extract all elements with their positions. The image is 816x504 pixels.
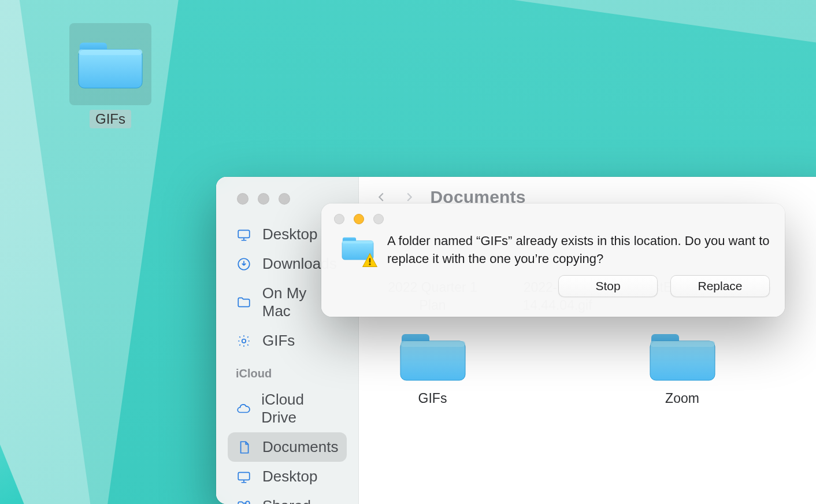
dialog-icon bbox=[341, 231, 374, 265]
sidebar-heading-icloud: iCloud bbox=[228, 355, 347, 385]
folder-icon bbox=[398, 328, 468, 384]
svg-rect-5 bbox=[238, 230, 250, 238]
file-label: GIFs bbox=[418, 390, 447, 407]
desktop-folder-label: GIFs bbox=[90, 110, 131, 128]
close-button[interactable] bbox=[237, 193, 248, 205]
stop-button[interactable]: Stop bbox=[558, 275, 658, 297]
gear-icon bbox=[236, 333, 252, 349]
desktop-icon bbox=[236, 227, 252, 243]
dialog-message: A folder named “GIFs” already exists in … bbox=[387, 231, 770, 268]
zoom-button[interactable] bbox=[279, 193, 290, 205]
minimize-button[interactable] bbox=[354, 214, 364, 224]
sidebar-item-gifs[interactable]: GIFs bbox=[228, 326, 347, 355]
folder-gifs[interactable]: GIFs bbox=[375, 328, 491, 407]
sidebar-item-icloud-drive[interactable]: iCloud Drive bbox=[228, 385, 347, 432]
sidebar-item-label: GIFs bbox=[262, 332, 295, 350]
zoom-button[interactable] bbox=[373, 214, 384, 224]
folder-icon bbox=[648, 328, 717, 384]
replace-button[interactable]: Replace bbox=[670, 275, 770, 297]
svg-point-9 bbox=[246, 501, 250, 504]
download-icon bbox=[236, 256, 252, 272]
sidebar-item-label: Documents bbox=[262, 438, 339, 456]
sidebar-item-label: Desktop bbox=[262, 468, 317, 486]
folder-zoom[interactable]: Zoom bbox=[625, 328, 740, 407]
file-label: Zoom bbox=[665, 390, 699, 407]
empty-cell bbox=[500, 328, 615, 407]
close-button[interactable] bbox=[334, 214, 344, 224]
replace-dialog[interactable]: A folder named “GIFs” already exists in … bbox=[321, 203, 785, 317]
desktop-folder-gifs[interactable]: GIFs bbox=[69, 23, 151, 128]
sidebar-item-label: Shared bbox=[262, 497, 311, 504]
folder-icon bbox=[236, 294, 252, 310]
cloud-icon bbox=[236, 401, 251, 417]
shared-icon bbox=[236, 498, 252, 505]
sidebar-item-label: iCloud Drive bbox=[261, 391, 338, 427]
svg-point-7 bbox=[242, 339, 246, 343]
sidebar-item-documents[interactable]: Documents bbox=[228, 432, 347, 462]
desktop-icon bbox=[236, 469, 252, 485]
svg-rect-8 bbox=[238, 472, 250, 480]
sidebar-item-label: Desktop bbox=[262, 225, 317, 243]
back-button[interactable] bbox=[375, 191, 388, 203]
forward-button[interactable] bbox=[403, 191, 416, 203]
folder-icon bbox=[69, 23, 151, 105]
sidebar-item-shared[interactable]: Shared bbox=[228, 491, 347, 504]
empty-cell bbox=[750, 328, 817, 407]
doc-icon bbox=[236, 439, 252, 455]
dialog-window-controls bbox=[321, 203, 785, 224]
warning-badge-icon bbox=[362, 252, 378, 268]
minimize-button[interactable] bbox=[258, 193, 269, 205]
sidebar-item-desktop-icloud[interactable]: Desktop bbox=[228, 462, 347, 491]
